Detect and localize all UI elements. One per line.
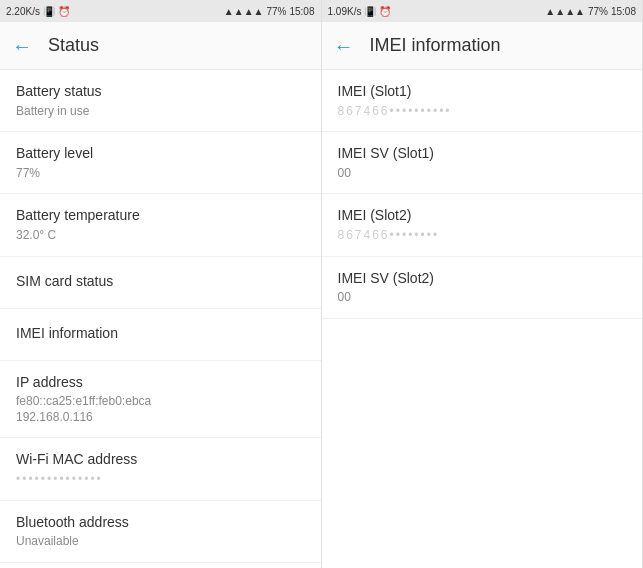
left-status-right: ▲▲▲▲ 77% 15:08	[224, 6, 315, 17]
left-notif-icon: 📳	[43, 6, 55, 17]
list-item-title: IMEI (Slot1)	[338, 82, 627, 102]
left-list-item: Bluetooth addressUnavailable	[0, 501, 321, 563]
left-list-item[interactable]: IMEI information	[0, 309, 321, 361]
right-panel: 1.09K/s 📳 ⏰ ▲▲▲▲ 77% 15:08 ← IMEI inform…	[322, 0, 644, 568]
left-status-bar: 2.20K/s 📳 ⏰ ▲▲▲▲ 77% 15:08	[0, 0, 321, 22]
list-item-title: IMEI information	[16, 324, 305, 344]
list-item-title: IMEI (Slot2)	[338, 206, 627, 226]
left-header: ← Status	[0, 22, 321, 70]
left-alarm-icon: ⏰	[58, 6, 70, 17]
left-speed: 2.20K/s	[6, 6, 40, 17]
list-item-value: 867466••••••••	[338, 228, 627, 244]
list-item-title: Wi-Fi MAC address	[16, 450, 305, 470]
right-back-button[interactable]: ←	[334, 36, 354, 56]
right-list-item: IMEI (Slot1)867466••••••••••	[322, 70, 643, 132]
right-alarm-icon: ⏰	[379, 6, 391, 17]
left-panel: 2.20K/s 📳 ⏰ ▲▲▲▲ 77% 15:08 ← Status Batt…	[0, 0, 322, 568]
left-list-item: Serial number••••••••	[0, 563, 321, 568]
left-list-item: Battery level77%	[0, 132, 321, 194]
left-battery-text: 77%	[266, 6, 286, 17]
left-list-item: Battery statusBattery in use	[0, 70, 321, 132]
list-item-value: ••••••••••••••	[16, 472, 305, 488]
right-speed: 1.09K/s	[328, 6, 362, 17]
list-item-value: 32.0° C	[16, 228, 305, 244]
list-item-value: Unavailable	[16, 534, 305, 550]
list-item-value: 00	[338, 290, 627, 306]
left-back-button[interactable]: ←	[12, 36, 32, 56]
list-item-value: fe80::ca25:e1ff:feb0:ebca 192.168.0.116	[16, 394, 305, 425]
right-battery-text: 77%	[588, 6, 608, 17]
right-notif-icon: 📳	[364, 6, 376, 17]
left-title: Status	[48, 35, 99, 56]
right-list-item: IMEI (Slot2)867466••••••••	[322, 194, 643, 256]
right-list-item: IMEI SV (Slot1)00	[322, 132, 643, 194]
left-list-item: Battery temperature32.0° C	[0, 194, 321, 256]
left-list-item: Wi-Fi MAC address••••••••••••••	[0, 438, 321, 500]
right-status-left: 1.09K/s 📳 ⏰	[328, 6, 392, 17]
left-list-item: IP addressfe80::ca25:e1ff:feb0:ebca 192.…	[0, 361, 321, 439]
right-signal-icon: ▲▲▲▲	[545, 6, 585, 17]
list-item-title: Battery level	[16, 144, 305, 164]
right-status-bar: 1.09K/s 📳 ⏰ ▲▲▲▲ 77% 15:08	[322, 0, 643, 22]
list-item-title: Battery status	[16, 82, 305, 102]
left-time: 15:08	[289, 6, 314, 17]
list-item-title: IMEI SV (Slot1)	[338, 144, 627, 164]
left-status-left: 2.20K/s 📳 ⏰	[6, 6, 70, 17]
right-status-right: ▲▲▲▲ 77% 15:08	[545, 6, 636, 17]
list-item-title: IMEI SV (Slot2)	[338, 269, 627, 289]
right-list: IMEI (Slot1)867466••••••••••IMEI SV (Slo…	[322, 70, 643, 568]
list-item-title: Battery temperature	[16, 206, 305, 226]
list-item-value: 00	[338, 166, 627, 182]
left-list: Battery statusBattery in useBattery leve…	[0, 70, 321, 568]
list-item-value: 77%	[16, 166, 305, 182]
list-item-title: IP address	[16, 373, 305, 393]
list-item-title: Bluetooth address	[16, 513, 305, 533]
list-item-value: 867466••••••••••	[338, 104, 627, 120]
left-signal-icon: ▲▲▲▲	[224, 6, 264, 17]
left-list-item: SIM card status	[0, 257, 321, 309]
right-title: IMEI information	[370, 35, 501, 56]
right-time: 15:08	[611, 6, 636, 17]
right-header: ← IMEI information	[322, 22, 643, 70]
list-item-value: Battery in use	[16, 104, 305, 120]
list-item-title: SIM card status	[16, 272, 305, 292]
right-list-item: IMEI SV (Slot2)00	[322, 257, 643, 319]
